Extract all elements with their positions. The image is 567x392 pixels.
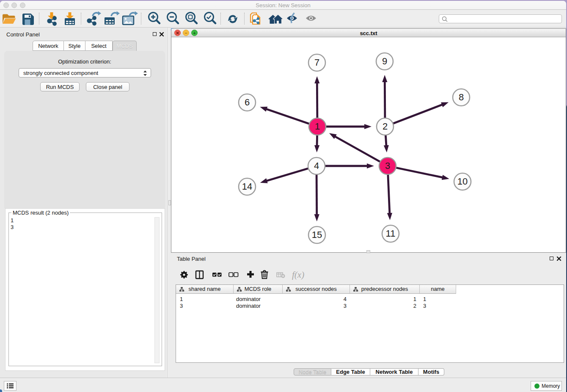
svg-text:15: 15	[312, 229, 322, 240]
svg-text:9: 9	[382, 56, 387, 66]
svg-text:7: 7	[314, 57, 319, 68]
svg-text:2: 2	[383, 121, 388, 132]
svg-text:10: 10	[457, 176, 468, 187]
svg-text:14: 14	[242, 181, 252, 192]
svg-text:f(x): f(x)	[292, 270, 304, 280]
svg-text:4: 4	[314, 160, 319, 171]
svg-text:1: 1	[315, 121, 320, 132]
svg-text:6: 6	[245, 97, 250, 108]
svg-text:11: 11	[386, 228, 396, 239]
svg-text:8: 8	[459, 92, 464, 102]
svg-text:3: 3	[385, 160, 390, 171]
